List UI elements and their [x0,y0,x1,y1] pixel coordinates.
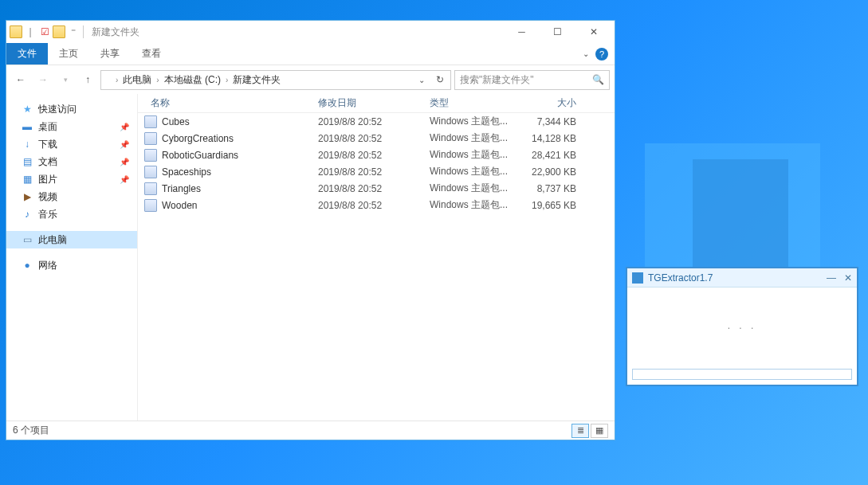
secondary-titlebar[interactable]: TGExtractor1.7 — ✕ [627,268,857,287]
address-dropdown-icon[interactable]: ⌄ [414,76,430,84]
pin-icon: 📌 [120,175,129,184]
pin-icon: 📌 [120,123,129,131]
desktop-icon [21,120,33,133]
qat-checkbox-icon[interactable]: ☑ [38,25,51,38]
sidebar-item-label: 音乐 [38,208,57,221]
view-details-button[interactable]: ≣ [571,424,589,438]
file-size: 22,900 KB [519,166,583,178]
statusbar: 6 个项目 ≣ ▦ [6,420,615,440]
help-icon[interactable]: ? [595,48,608,61]
file-size: 8,737 KB [519,183,583,194]
file-row[interactable]: Cubes2019/8/8 20:52Windows 主题包...7,344 K… [138,113,615,130]
file-type: Windows 主题包... [423,131,519,145]
computer-icon [21,233,33,246]
sidebar-item-quickaccess[interactable]: 快速访问 [6,100,137,118]
titlebar[interactable]: | ☑ ⁼ 新建文件夹 ─ ☐ ✕ [6,21,615,43]
tab-view[interactable]: 查看 [131,43,172,65]
divider [83,25,84,38]
search-icon[interactable]: 🔍 [592,74,604,85]
search-input[interactable]: 搜索"新建文件夹" 🔍 [454,70,610,90]
column-type[interactable]: 类型 [423,96,519,110]
secondary-content: . . . [627,287,857,364]
qat-overflow[interactable]: ⁼ [67,25,80,38]
file-row[interactable]: Wooden2019/8/8 20:52Windows 主题包...19,665… [138,197,615,213]
column-size[interactable]: 大小 [519,96,583,110]
secondary-title: TGExtractor1.7 [648,272,713,284]
file-row[interactable]: RoboticGuardians2019/8/8 20:52Windows 主题… [138,147,615,163]
address-folder-icon [103,74,114,85]
file-date: 2019/8/8 20:52 [312,150,423,161]
sidebar-item-music[interactable]: 音乐 [6,205,137,223]
nav-forward-button[interactable]: → [33,70,53,89]
document-icon [21,155,33,168]
video-icon [21,190,33,203]
window-title: 新建文件夹 [92,25,504,39]
refresh-icon[interactable]: ↻ [431,74,449,85]
close-button[interactable]: ✕ [575,21,611,43]
chevron-right-icon[interactable]: › [226,76,228,84]
tgextractor-window: TGExtractor1.7 — ✕ . . . [626,267,858,386]
sidebar-item-label: 图片 [38,173,57,186]
file-date: 2019/8/8 20:52 [312,166,423,178]
file-list-area: 名称 修改日期 类型 大小 Cubes2019/8/8 20:52Windows… [138,94,615,420]
tab-file[interactable]: 文件 [6,43,48,65]
search-placeholder: 搜索"新建文件夹" [460,73,534,87]
nav-back-button[interactable]: ← [11,70,30,89]
navbar: ← → ▾ ↑ › 此电脑 › 本地磁盘 (C:) › 新建文件夹 ⌄ ↻ 搜索… [6,65,615,94]
file-name: Spaceships [162,166,312,178]
file-icon [144,149,157,162]
file-name: Cubes [162,116,312,127]
chevron-right-icon[interactable]: › [156,76,159,84]
sidebar-item-desktop[interactable]: 桌面 📌 [6,118,137,135]
sidebar-item-videos[interactable]: 视频 [6,188,137,205]
sidebar-item-label: 此电脑 [38,233,67,247]
file-size: 28,421 KB [519,150,583,161]
file-size: 19,665 KB [519,200,583,211]
ribbon-tabs: 文件 主页 共享 查看 ⌄ ? [6,43,615,65]
folder-icon [10,25,22,38]
file-type: Windows 主题包... [423,115,519,128]
maximize-button[interactable]: ☐ [540,21,575,43]
qat-folder-icon[interactable] [53,25,65,38]
column-headers: 名称 修改日期 类型 大小 [138,94,615,113]
file-row[interactable]: Triangles2019/8/8 20:52Windows 主题包...8,7… [138,180,615,197]
file-date: 2019/8/8 20:52 [312,116,423,127]
sidebar-item-downloads[interactable]: 下载 📌 [6,135,137,153]
file-icon [144,182,157,195]
chevron-right-icon[interactable]: › [116,76,118,84]
sidebar-item-thispc[interactable]: 此电脑 [6,231,137,248]
view-icons-button[interactable]: ▦ [591,424,608,438]
nav-up-button[interactable]: ↑ [78,70,97,89]
file-date: 2019/8/8 20:52 [312,183,423,194]
file-type: Windows 主题包... [423,165,519,178]
breadcrumb-pc[interactable]: 此电脑 [120,73,155,87]
sidebar-item-documents[interactable]: 文档 📌 [6,153,137,170]
file-type: Windows 主题包... [423,198,519,212]
music-icon [21,208,33,221]
app-icon [632,272,643,284]
breadcrumb-folder[interactable]: 新建文件夹 [230,73,284,87]
file-row[interactable]: Spaceships2019/8/8 20:52Windows 主题包...22… [138,163,615,180]
pin-icon: 📌 [120,158,129,166]
secondary-close-button[interactable]: ✕ [844,272,852,284]
file-name: Wooden [162,200,312,211]
file-name: CyborgCreations [162,133,312,144]
tab-home[interactable]: 主页 [48,43,89,65]
expand-ribbon-icon[interactable]: ⌄ [583,49,589,58]
file-date: 2019/8/8 20:52 [312,133,423,144]
download-icon [21,138,33,151]
file-row[interactable]: CyborgCreations2019/8/8 20:52Windows 主题包… [138,130,615,147]
tab-share[interactable]: 共享 [89,43,131,65]
file-type: Windows 主题包... [423,148,519,162]
address-bar[interactable]: › 此电脑 › 本地磁盘 (C:) › 新建文件夹 ⌄ ↻ [100,70,451,90]
minimize-button[interactable]: ─ [504,21,540,43]
sidebar-item-pictures[interactable]: 图片 📌 [6,170,137,188]
sidebar-item-network[interactable]: 网络 [6,256,137,274]
column-name[interactable]: 名称 [144,96,312,110]
secondary-minimize-button[interactable]: — [827,272,836,284]
breadcrumb-drive[interactable]: 本地磁盘 (C:) [161,73,224,87]
nav-history-dropdown[interactable]: ▾ [56,70,75,89]
column-date[interactable]: 修改日期 [312,96,423,110]
explorer-window: | ☑ ⁼ 新建文件夹 ─ ☐ ✕ 文件 主页 共享 查看 ⌄ ? ← → ▾ … [6,20,615,440]
sidebar-item-label: 视频 [38,190,57,204]
